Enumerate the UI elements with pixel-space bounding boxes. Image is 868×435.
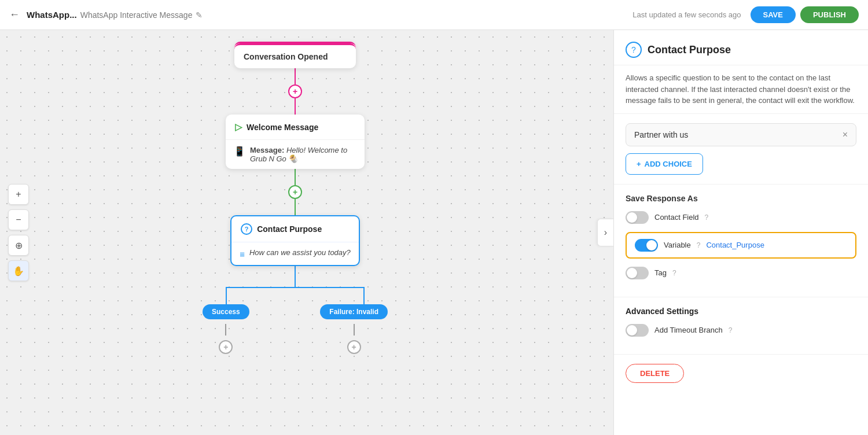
zoom-out-button[interactable]: − <box>8 209 29 230</box>
failure-branch: Failure: Invalid + <box>320 304 388 354</box>
right-panel: ? Contact Purpose Allows a specific ques… <box>613 30 868 435</box>
add-button-1[interactable]: + <box>288 84 302 98</box>
line-2 <box>295 98 296 115</box>
list-icon: ≡ <box>240 249 245 259</box>
success-branch: Success + <box>203 304 249 354</box>
choice-section: Partner with us × + ADD CHOICE <box>614 114 868 184</box>
line-4 <box>295 199 296 215</box>
welcome-title: Welcome Message <box>247 123 318 132</box>
tag-label: Tag <box>654 268 667 277</box>
back-button[interactable]: ← <box>9 9 20 21</box>
success-line <box>225 324 226 336</box>
branch-container: Success + Failure: Invalid + <box>203 287 388 354</box>
timeout-row: Add Timeout Branch ? <box>626 324 856 337</box>
tag-help[interactable]: ? <box>672 269 676 277</box>
timeout-label: Add Timeout Branch <box>654 326 723 334</box>
app-name: WhatsApp... <box>27 10 77 20</box>
choice-remove-button[interactable]: × <box>843 130 848 140</box>
welcome-message: Message: Hello! Welcome to Grub N Go 🌯 <box>250 146 356 163</box>
failure-line <box>354 324 355 336</box>
line-3 <box>295 169 296 185</box>
delete-section: DELETE <box>614 354 868 392</box>
contact-field-row: Contact Field ? <box>626 211 856 224</box>
timeout-help[interactable]: ? <box>729 326 733 334</box>
hand-tool-button[interactable]: ✋ <box>8 260 29 281</box>
welcome-icon: ▷ <box>235 121 242 132</box>
add-success-button[interactable]: + <box>219 340 233 354</box>
canvas: + − ⊕ ✋ › Conversation Opened + <box>0 30 613 435</box>
collapse-panel-button[interactable]: › <box>597 219 613 246</box>
choice-text: Partner with us <box>634 130 837 139</box>
branch-labels: Success + Failure: Invalid + <box>203 287 388 354</box>
tag-row: Tag ? <box>626 267 856 279</box>
trigger-node[interactable]: Conversation Opened <box>234 42 356 68</box>
line-5 <box>295 266 296 287</box>
add-choice-button[interactable]: + ADD CHOICE <box>626 153 703 175</box>
variable-toggle[interactable] <box>635 239 658 252</box>
branch-right-line <box>363 287 365 304</box>
welcome-node-header: ▷ Welcome Message <box>226 115 365 140</box>
fit-button[interactable]: ⊕ <box>8 235 29 256</box>
whatsapp-icon: 📱 <box>234 146 245 157</box>
choice-row: Partner with us × <box>626 123 856 146</box>
contact-purpose-icon: ? <box>241 223 252 235</box>
save-button[interactable]: SAVE <box>751 6 796 23</box>
variable-label: Variable <box>664 241 691 249</box>
contact-field-label: Contact Field <box>654 213 699 222</box>
contact-purpose-node[interactable]: ? Contact Purpose ≡ How can we assist yo… <box>230 215 360 266</box>
zoom-in-button[interactable]: + <box>8 184 29 205</box>
variable-help[interactable]: ? <box>697 241 701 249</box>
timeout-toggle[interactable] <box>626 324 649 337</box>
contact-field-toggle[interactable] <box>626 211 649 224</box>
contact-field-help[interactable]: ? <box>705 213 709 222</box>
last-updated: Last updated a few seconds ago <box>632 10 741 19</box>
welcome-node[interactable]: ▷ Welcome Message 📱 Message: Hello! Welc… <box>226 115 365 169</box>
variable-input[interactable] <box>706 241 847 249</box>
panel-title: Contact Purpose <box>648 44 731 56</box>
panel-icon-symbol: ? <box>631 45 636 54</box>
connector-3 <box>295 266 296 287</box>
contact-purpose-body: ≡ How can we assist you today? <box>231 242 359 265</box>
contact-purpose-header: ? Contact Purpose <box>231 216 359 242</box>
delete-button[interactable]: DELETE <box>626 364 684 383</box>
advanced-settings-section: Advanced Settings Add Timeout Branch ? <box>614 297 868 354</box>
flow-container: Conversation Opened + ▷ Welcome Message … <box>203 42 388 354</box>
tag-toggle[interactable] <box>626 267 649 279</box>
variable-row: Variable ? <box>626 232 856 259</box>
trigger-node-header: Conversation Opened <box>234 43 356 68</box>
success-label[interactable]: Success <box>203 304 249 319</box>
add-failure-button[interactable]: + <box>347 340 361 354</box>
panel-header: ? Contact Purpose <box>614 30 868 65</box>
contact-purpose-title: Contact Purpose <box>257 224 322 234</box>
branch-h-line <box>226 287 365 288</box>
welcome-node-body: 📱 Message: Hello! Welcome to Grub N Go 🌯 <box>226 140 365 169</box>
advanced-title: Advanced Settings <box>626 307 856 316</box>
contact-purpose-text: How can we assist you today? <box>249 248 351 257</box>
canvas-controls: + − ⊕ ✋ <box>8 184 29 281</box>
add-button-2[interactable]: + <box>288 185 302 199</box>
branch-left-line <box>226 287 227 304</box>
failure-label[interactable]: Failure: Invalid <box>320 304 388 319</box>
app-subtitle: WhatsApp Interactive Message <box>80 10 193 20</box>
panel-header-icon: ? <box>626 42 642 58</box>
line-1 <box>295 68 296 84</box>
publish-button[interactable]: PUBLISH <box>800 6 859 23</box>
panel-description: Allows a specific question to be sent to… <box>614 65 868 114</box>
save-response-section: Save Response As Contact Field ? Variabl… <box>614 184 868 297</box>
add-choice-label: ADD CHOICE <box>645 160 692 168</box>
connector-2: + <box>288 169 302 215</box>
trigger-node-label: Conversation Opened <box>244 52 328 61</box>
edit-icon[interactable]: ✎ <box>196 10 203 20</box>
connector-1: + <box>288 68 302 115</box>
save-response-label: Save Response As <box>626 194 856 203</box>
add-choice-plus-icon: + <box>637 160 641 168</box>
